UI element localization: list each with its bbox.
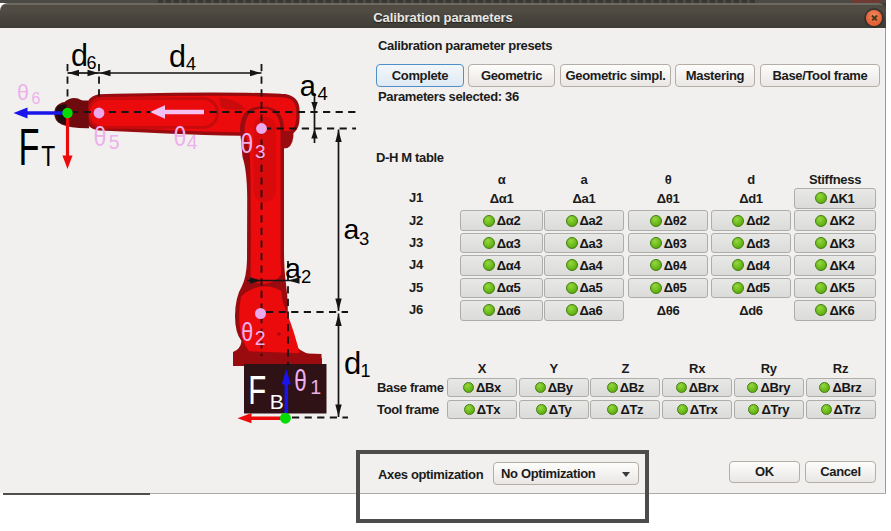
svg-text:θ: θ (94, 121, 107, 152)
svg-text:d: d (71, 38, 88, 72)
svg-text:θ: θ (174, 121, 187, 152)
svg-text:6: 6 (32, 90, 41, 107)
svg-text:a: a (300, 70, 317, 102)
svg-text:d: d (169, 39, 186, 73)
svg-text:4: 4 (318, 83, 328, 104)
svg-text:1: 1 (361, 361, 371, 381)
svg-text:1: 1 (310, 376, 321, 398)
svg-text:F: F (248, 368, 266, 412)
svg-text:θ: θ (294, 365, 307, 397)
svg-text:6: 6 (87, 53, 97, 73)
svg-text:F: F (19, 118, 40, 176)
svg-text:θ: θ (241, 317, 253, 347)
svg-text:B: B (270, 390, 284, 413)
svg-text:3: 3 (359, 228, 369, 249)
svg-text:4: 4 (187, 131, 198, 153)
svg-text:4: 4 (186, 54, 196, 74)
svg-text:a: a (285, 252, 301, 284)
svg-text:θ: θ (240, 128, 253, 159)
svg-text:2: 2 (301, 266, 311, 287)
svg-text:T: T (41, 139, 55, 172)
svg-text:θ: θ (17, 81, 29, 105)
svg-text:3: 3 (255, 141, 266, 162)
svg-text:2: 2 (255, 327, 266, 349)
svg-text:a: a (344, 213, 360, 245)
svg-text:5: 5 (109, 131, 120, 153)
svg-text:d: d (344, 346, 361, 381)
